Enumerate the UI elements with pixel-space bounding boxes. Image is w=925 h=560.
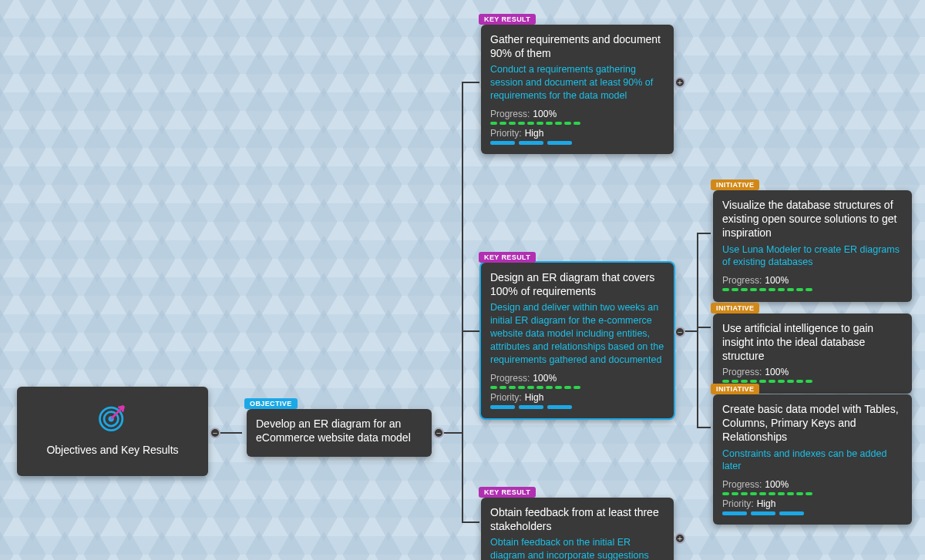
priority-bar	[722, 511, 903, 515]
initiative-tag: INITIATIVE	[711, 384, 759, 394]
add-port[interactable]: +	[674, 77, 685, 88]
root-node[interactable]: Objectives and Key Results	[17, 387, 208, 476]
expand-port[interactable]: −	[433, 428, 444, 438]
progress-row: Progress:100%	[490, 373, 664, 384]
objective-title: Develop an ER diagram for an eCommerce w…	[256, 417, 422, 444]
initiative-tag: INITIATIVE	[711, 303, 759, 314]
kr-desc: Design and deliver within two weeks an i…	[490, 301, 664, 366]
initiative-node[interactable]: INITIATIVE Create basic data model with …	[713, 394, 912, 525]
kr-title: Gather requirements and document 90% of …	[490, 32, 664, 60]
kr-title: Obtain feedback from at least three stak…	[490, 505, 664, 533]
progress-bar	[722, 492, 903, 495]
target-icon	[96, 401, 130, 437]
objective-node[interactable]: OBJECTIVE Develop an ER diagram for an e…	[247, 409, 432, 457]
kr-title: Design an ER diagram that covers 100% of…	[490, 270, 664, 298]
init-title: Visualize the database structures of exi…	[722, 198, 903, 240]
key-result-tag: KEY RESULT	[479, 252, 536, 263]
key-result-node[interactable]: KEY RESULT Design an ER diagram that cov…	[481, 263, 674, 418]
expand-port[interactable]: −	[210, 428, 220, 438]
initiative-tag: INITIATIVE	[711, 179, 759, 190]
init-desc: Use Luna Modeler to create ER diagrams o…	[722, 243, 903, 270]
add-port[interactable]: +	[674, 533, 685, 544]
key-result-tag: KEY RESULT	[479, 487, 536, 498]
expand-port[interactable]: −	[674, 327, 685, 337]
progress-bar	[490, 386, 664, 389]
progress-row: Progress:100%	[722, 367, 903, 377]
key-result-tag: KEY RESULT	[479, 14, 536, 25]
key-result-node[interactable]: KEY RESULT Gather requirements and docum…	[481, 25, 674, 154]
kr-desc: Obtain feedback on the initial ER diagra…	[490, 536, 664, 560]
progress-bar	[722, 288, 903, 291]
progress-bar	[490, 122, 664, 125]
priority-bar	[490, 405, 664, 409]
progress-bar	[722, 380, 903, 383]
objective-tag: OBJECTIVE	[244, 398, 298, 409]
initiative-node[interactable]: INITIATIVE Visualize the database struct…	[713, 190, 912, 302]
progress-row: Progress:100%	[722, 479, 903, 490]
initiative-node[interactable]: INITIATIVE Use artificial intelligence t…	[713, 314, 912, 394]
progress-row: Progress:100%	[722, 275, 903, 286]
kr-desc: Conduct a requirements gathering session…	[490, 63, 664, 102]
progress-row: Progress:100%	[490, 109, 664, 119]
init-desc: Constraints and indexes can be added lat…	[722, 448, 903, 474]
priority-row: Priority:High	[490, 392, 664, 403]
diagram-canvas[interactable]: Objectives and Key Results − OBJECTIVE D…	[0, 0, 925, 560]
root-title: Objectives and Key Results	[46, 443, 178, 457]
priority-bar	[490, 141, 664, 145]
priority-row: Priority:High	[722, 498, 903, 509]
init-title: Create basic data model with Tables, Col…	[722, 402, 903, 444]
key-result-node[interactable]: KEY RESULT Obtain feedback from at least…	[481, 498, 674, 560]
priority-row: Priority:High	[490, 128, 664, 139]
init-title: Use artificial intelligence to gain insi…	[722, 321, 903, 364]
